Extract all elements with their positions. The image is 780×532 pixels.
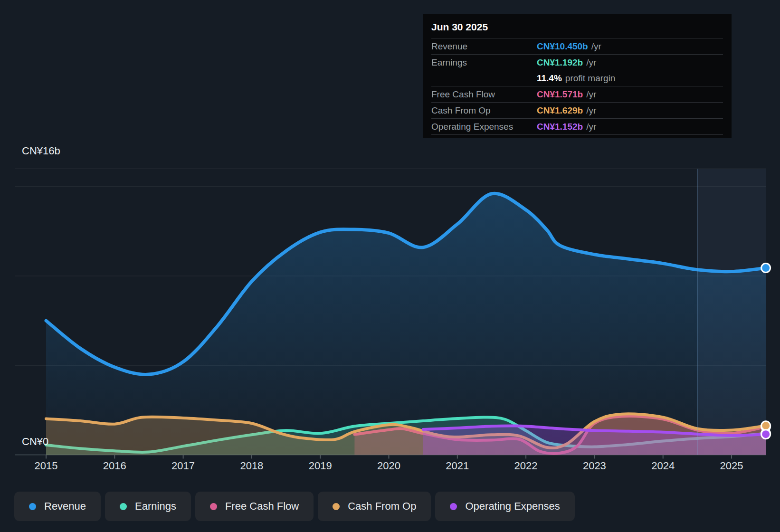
legend-dot-earnings (120, 503, 127, 510)
legend-dot-cashop (333, 503, 340, 510)
tooltip-row-cash-from-op: Cash From OpCN¥1.629b/yr (431, 102, 723, 118)
tooltip-row-suffix: /yr (586, 57, 596, 68)
tooltip-row-operating-expenses: Operating ExpensesCN¥1.152b/yr (431, 118, 723, 135)
legend-dot-opex (450, 503, 457, 510)
tooltip: Jun 30 2025 RevenueCN¥10.450b/yrEarnings… (423, 14, 732, 138)
legend-label-revenue: Revenue (44, 500, 86, 513)
legend-label-fcf: Free Cash Flow (225, 500, 299, 513)
legend-dot-fcf (210, 503, 217, 510)
legend-item-earnings[interactable]: Earnings (105, 492, 191, 521)
tooltip-row-suffix: /yr (586, 105, 596, 116)
tooltip-row-free-cash-flow: Free Cash FlowCN¥1.571b/yr (431, 86, 723, 102)
tooltip-row-label: Earnings (431, 57, 537, 68)
tooltip-row-suffix: /yr (591, 41, 601, 52)
x-axis-year-2018: 2018 (240, 460, 263, 472)
tooltip-rows: RevenueCN¥10.450b/yrEarningsCN¥1.192b/yr… (431, 38, 723, 135)
legend-label-cashop: Cash From Op (348, 500, 416, 513)
tooltip-row-suffix: profit margin (565, 73, 616, 84)
legend-item-cashop[interactable]: Cash From Op (318, 492, 431, 521)
x-axis-year-2025: 2025 (720, 460, 743, 472)
tooltip-row-label: Operating Expenses (431, 122, 537, 132)
legend-label-opex: Operating Expenses (465, 500, 560, 513)
chart-page: CN¥16b CN¥0 2015201620172018201920202021… (0, 0, 780, 532)
marker-revenue[interactable] (761, 264, 770, 273)
x-axis-year-2020: 2020 (377, 460, 400, 472)
tooltip-row-value: CN¥1.152b (537, 122, 583, 132)
legend: RevenueEarningsFree Cash FlowCash From O… (14, 492, 575, 521)
x-axis-year-2023: 2023 (583, 460, 606, 472)
tooltip-row-label: Free Cash Flow (431, 89, 537, 100)
tooltip-row-value: CN¥1.629b (537, 105, 583, 116)
marker-cash-from-op[interactable] (761, 421, 770, 430)
legend-label-earnings: Earnings (135, 500, 176, 513)
tooltip-row-suffix: /yr (586, 122, 596, 132)
x-axis-year-2019: 2019 (309, 460, 332, 472)
legend-item-fcf[interactable]: Free Cash Flow (195, 492, 314, 521)
x-axis-year-2016: 2016 (103, 460, 126, 472)
tooltip-row-suffix: /yr (586, 89, 596, 100)
legend-item-opex[interactable]: Operating Expenses (435, 492, 574, 521)
tooltip-row-profit-margin: 11.4%profit margin (431, 70, 723, 86)
marker-operating-expenses[interactable] (761, 430, 770, 439)
x-axis-year-2021: 2021 (446, 460, 469, 472)
tooltip-date: Jun 30 2025 (431, 15, 723, 38)
x-axis-labels: 2015201620172018201920202021202220232024… (0, 460, 780, 474)
legend-item-revenue[interactable]: Revenue (14, 492, 101, 521)
y-axis-max-label: CN¥16b (22, 145, 60, 157)
tooltip-row-label: Cash From Op (431, 105, 537, 116)
x-axis-year-2022: 2022 (514, 460, 538, 472)
tooltip-row-label: Revenue (431, 41, 537, 52)
x-axis-year-2017: 2017 (171, 460, 195, 472)
tooltip-row-value: 11.4% (537, 73, 562, 84)
tooltip-row-revenue: RevenueCN¥10.450b/yr (431, 38, 723, 54)
tooltip-row-value: CN¥1.192b (537, 57, 583, 68)
tooltip-row-value: CN¥10.450b (537, 41, 588, 52)
legend-dot-revenue (29, 503, 36, 510)
x-axis-year-2015: 2015 (35, 460, 58, 472)
x-axis-year-2024: 2024 (651, 460, 675, 472)
y-axis-zero-label: CN¥0 (22, 436, 48, 448)
tooltip-row-value: CN¥1.571b (537, 89, 583, 100)
tooltip-row-earnings: EarningsCN¥1.192b/yr (431, 54, 723, 70)
